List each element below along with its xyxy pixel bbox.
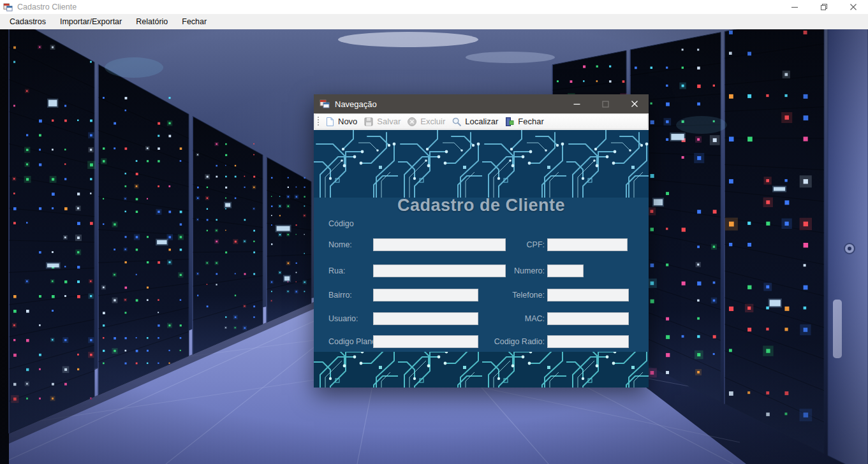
bairro-label: Bairro: [328, 291, 352, 300]
toolbar-grip[interactable] [318, 117, 319, 126]
localizar-label: Localizar [465, 117, 498, 126]
excluir-button-disabled: Excluir [404, 115, 448, 128]
minimize-icon [573, 101, 580, 108]
maximize-icon [602, 101, 609, 108]
novo-button[interactable]: Novo [321, 115, 360, 128]
minimize-icon [791, 3, 798, 11]
close-button[interactable] [839, 0, 868, 14]
minimize-button[interactable] [780, 0, 809, 14]
exit-icon [504, 117, 515, 127]
menu-relatorio[interactable]: Relatório [129, 15, 175, 28]
codigo-radio-input[interactable] [547, 335, 629, 348]
numero-label: Numero: [480, 266, 545, 275]
client-form: Cadastro de Cliente Código Nome: CPF: Ru… [314, 130, 649, 388]
telefone-label: Telefone: [480, 291, 545, 300]
navigation-dialog: Navegação [314, 94, 649, 388]
application-window: Cadastro Cliente Cadastro [0, 0, 868, 464]
dialog-title: Navegação [335, 99, 377, 109]
bairro-input[interactable] [373, 289, 478, 301]
app-icon [3, 3, 13, 12]
codigo-plano-input[interactable] [373, 335, 478, 348]
mac-input[interactable] [547, 312, 629, 325]
usuario-input[interactable] [373, 312, 478, 325]
codigo-plano-label: Codigo Plano: [328, 337, 379, 346]
circuit-banner-top [314, 130, 649, 198]
main-window-controls [780, 0, 868, 14]
delete-icon [407, 117, 417, 127]
close-icon [631, 100, 638, 108]
salvar-button-disabled: Salvar [360, 115, 404, 128]
usuario-label: Usuario: [328, 314, 358, 323]
fechar-button[interactable]: Fechar [501, 115, 547, 128]
save-icon [364, 117, 374, 127]
main-window-title: Cadastro Cliente [17, 3, 77, 11]
codigo-radio-label: Codigo Radio: [480, 337, 545, 346]
restore-button[interactable] [809, 0, 839, 14]
dialog-minimize-button[interactable] [563, 94, 591, 113]
localizar-button[interactable]: Localizar [448, 115, 501, 128]
mdi-background: Navegação [0, 29, 868, 464]
dialog-window-controls [563, 94, 649, 113]
excluir-label: Excluir [420, 117, 445, 126]
telefone-input[interactable] [547, 289, 629, 301]
close-icon [850, 3, 857, 11]
salvar-label: Salvar [377, 117, 401, 126]
new-document-icon [325, 117, 335, 127]
mac-label: MAC: [480, 314, 545, 323]
dialog-app-icon [320, 99, 330, 109]
nome-label: Nome: [328, 240, 352, 249]
restore-icon [820, 3, 828, 11]
form-heading: Cadastro de Cliente [314, 196, 649, 215]
cpf-input[interactable] [547, 238, 628, 251]
search-icon [452, 117, 462, 127]
dialog-close-button[interactable] [620, 94, 649, 113]
rua-label: Rua: [328, 266, 345, 275]
numero-input[interactable] [547, 265, 584, 277]
codigo-label: Código [328, 219, 354, 228]
toolbar-strip: Novo Salvar [314, 113, 649, 130]
main-titlebar[interactable]: Cadastro Cliente [0, 0, 868, 14]
menu-bar: Cadastros Importar/Exportar Relatório Fe… [0, 14, 868, 29]
circuit-banner-bottom [314, 352, 649, 388]
dialog-titlebar[interactable]: Navegação [314, 94, 649, 113]
novo-label: Novo [338, 117, 357, 126]
menu-importar-exportar[interactable]: Importar/Exportar [53, 15, 129, 28]
cpf-label: CPF: [480, 240, 545, 249]
menu-cadastros[interactable]: Cadastros [3, 15, 53, 28]
menu-fechar[interactable]: Fechar [175, 15, 214, 28]
fechar-label: Fechar [518, 117, 543, 126]
dialog-maximize-button-disabled [591, 94, 620, 113]
navigation-toolbar: Novo Salvar [314, 113, 648, 129]
